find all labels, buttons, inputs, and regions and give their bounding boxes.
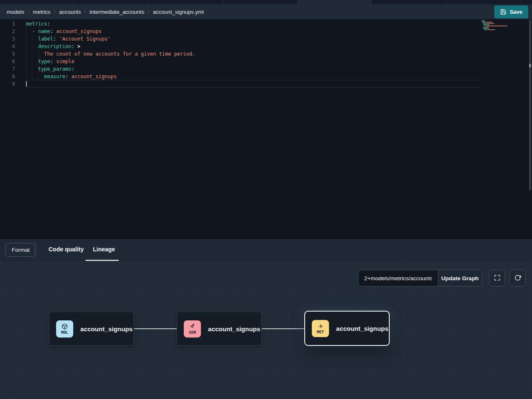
line-number: 7	[0, 65, 15, 73]
editor-tab[interactable]	[74, 0, 149, 4]
refresh-button[interactable]	[509, 270, 526, 286]
lineage-edge	[134, 328, 177, 329]
network-icon: SEM	[184, 320, 201, 338]
maximize-icon	[494, 274, 501, 282]
breadcrumb-item[interactable]: account_signups.yml	[153, 9, 203, 15]
lineage-canvas[interactable]: Update Graph MDLaccount_signupsSEMaccoun…	[0, 261, 532, 399]
node-type-label: MET	[317, 330, 324, 334]
lineage-node-mdl[interactable]: MDLaccount_signups	[49, 312, 134, 346]
lineage-filter-group: Update Graph	[358, 270, 482, 286]
scrollbar-marker	[529, 64, 531, 67]
line-number: 8	[0, 73, 15, 80]
editor-scrollbar[interactable]	[529, 20, 531, 190]
update-graph-button[interactable]: Update Graph	[438, 270, 482, 286]
code-line[interactable]: type: simple	[26, 58, 195, 65]
minimap-line	[481, 31, 507, 31]
code-line[interactable]: - name: account_signups	[26, 28, 195, 35]
header-divider	[34, 241, 35, 259]
save-button[interactable]: Save	[494, 5, 528, 18]
code-line[interactable]: description: >	[26, 43, 195, 50]
cube-icon: MDL	[56, 320, 73, 338]
code-line[interactable]: type_params:	[26, 65, 195, 73]
format-button[interactable]: Format	[5, 243, 36, 257]
code-content[interactable]: metrics: - name: account_signups label: …	[26, 20, 195, 88]
editor-tab[interactable]	[149, 0, 223, 4]
editor-tab-strip	[0, 0, 532, 4]
refresh-icon	[514, 274, 521, 282]
save-icon	[500, 9, 506, 15]
lineage-filter-input[interactable]	[358, 270, 438, 286]
minimap-line	[481, 28, 507, 29]
minimap[interactable]	[481, 20, 507, 32]
node-label: account_signups	[208, 325, 260, 332]
breadcrumb-item[interactable]: intermediate_accounts	[90, 9, 144, 15]
line-number: 5	[0, 50, 15, 58]
chevron-right-icon: ›	[84, 8, 86, 14]
line-number: 9	[0, 80, 15, 88]
node-type-label: SEM	[189, 330, 196, 335]
line-number: 1	[0, 20, 15, 28]
minimap-line	[481, 23, 507, 24]
editor-tab[interactable]	[372, 0, 447, 4]
line-number: 3	[0, 35, 15, 43]
code-line[interactable]: The count of new accounts for a given ti…	[26, 50, 195, 58]
lineage-node-sem[interactable]: SEMaccount_signups	[177, 312, 262, 346]
line-number: 2	[0, 28, 15, 35]
chevron-right-icon: ›	[148, 8, 150, 14]
breadcrumb: models›metrics›accounts›intermediate_acc…	[7, 9, 204, 15]
code-line[interactable]: label: 'Account Signups'	[26, 35, 195, 43]
editor-tab[interactable]	[223, 0, 298, 4]
code-line[interactable]: measure: account_signups	[26, 73, 195, 80]
tab-lineage[interactable]: Lineage	[93, 246, 115, 253]
breadcrumb-item[interactable]: models	[7, 9, 24, 15]
node-label: account_signups	[336, 325, 388, 332]
lineage-node-met[interactable]: METaccount_signups	[304, 311, 390, 346]
node-type-label: MDL	[61, 330, 68, 335]
editor-tab[interactable]	[0, 0, 74, 4]
bottom-panel-header: Format Code quality Lineage	[0, 239, 532, 261]
save-button-label: Save	[510, 9, 522, 15]
line-number-gutter: 123456789	[0, 20, 15, 88]
editor-tab-active[interactable]	[298, 0, 372, 4]
breadcrumb-bar: models›metrics›accounts›intermediate_acc…	[0, 4, 532, 19]
minimap-line	[481, 22, 507, 23]
code-line[interactable]	[26, 80, 195, 88]
node-label: account_signups	[80, 325, 133, 332]
editor-tab[interactable]	[447, 0, 521, 4]
line-number: 6	[0, 58, 15, 65]
lineage-edge	[262, 328, 304, 329]
minimap-line	[481, 29, 507, 30]
lineage-controls: Update Graph	[358, 270, 526, 286]
breadcrumb-item[interactable]: metrics	[33, 9, 51, 15]
line-number: 4	[0, 43, 15, 50]
breadcrumb-item[interactable]: accounts	[59, 9, 81, 15]
editor-tab[interactable]	[521, 0, 532, 4]
minimap-line	[481, 27, 507, 28]
chevron-right-icon: ›	[54, 8, 56, 14]
code-line[interactable]: metrics:	[26, 20, 195, 28]
ide-window: models›metrics›accounts›intermediate_acc…	[0, 0, 532, 399]
minimap-line	[481, 20, 507, 21]
chevron-right-icon: ›	[28, 8, 30, 14]
minimap-line	[481, 26, 507, 26]
fullscreen-button[interactable]	[489, 270, 505, 286]
active-tab-underline	[85, 260, 119, 261]
minimap-line	[481, 24, 507, 25]
tab-code-quality[interactable]: Code quality	[49, 246, 84, 253]
bar-chart-icon: MET	[312, 320, 329, 337]
code-editor[interactable]: 123456789 metrics: - name: account_signu…	[0, 19, 532, 238]
